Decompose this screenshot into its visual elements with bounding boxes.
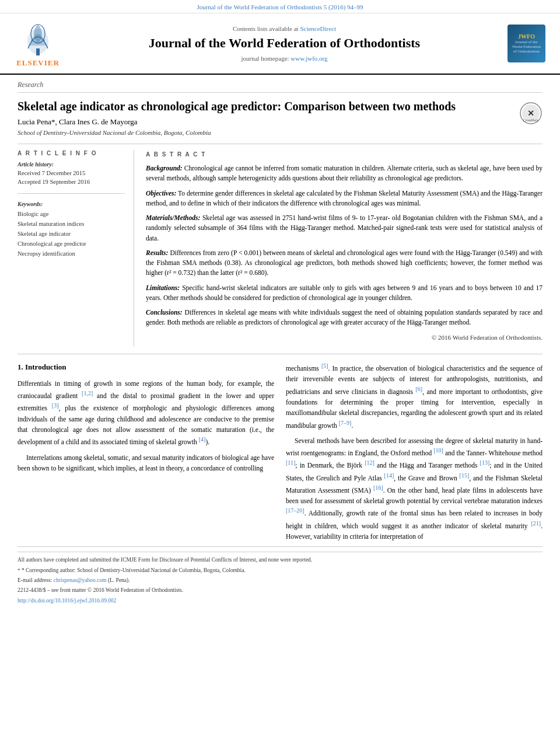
right-para-1: mechanisms [5]. In practice, the observa… — [286, 361, 542, 431]
affiliation-text: School of Dentistry-Universidad Nacional… — [18, 129, 513, 136]
keyword-necropsy: Necropsy identification — [18, 249, 125, 259]
keywords-label: Keywords: — [18, 201, 125, 207]
icmje-note: All authors have completed and submitted… — [18, 556, 542, 564]
keywords-list: Biologic age Skeletal maturation indices… — [18, 210, 125, 259]
intro-para-1: Differentials in timing of growth in som… — [18, 378, 274, 448]
right-para-2: Several methods have been described for … — [286, 435, 542, 542]
title-author-block: Skeletal age indicator as chronological … — [18, 93, 513, 141]
corresponding-note: * * Corresponding author: School of Dent… — [18, 566, 542, 575]
authors-line: Lucia Pena*, Clara Ines G. de Mayorga — [18, 117, 513, 127]
doi-line: http://dx.doi.org/10.1016/j.ejwf.2016.09… — [18, 597, 542, 605]
article-history-label: Article history: — [18, 161, 125, 168]
ref-16[interactable]: [16] — [373, 484, 383, 491]
jwfo-badge-sub: Journal of the World Federation of Ortho… — [512, 40, 541, 54]
abstract-results: Results: Differences from zero (P < 0.00… — [146, 248, 542, 278]
abstract-background-text: Chronological age cannot be inferred fro… — [146, 165, 542, 182]
journal-title: Journal of the World Federation of Ortho… — [76, 36, 493, 51]
content-area: Research Skeletal age indicator as chron… — [0, 75, 560, 546]
sciencedirect-link: Contents lists available at ScienceDirec… — [76, 25, 493, 32]
copyright-line: © 2016 World Federation of Orthodontists… — [146, 333, 542, 343]
jwfo-logo: JWFO Journal of the World Federation of … — [505, 25, 548, 62]
abstract-results-text: Differences from zero (P < 0.001) betwee… — [146, 249, 542, 277]
article-info-heading: A R T I C L E I N F O — [18, 150, 125, 156]
keyword-chronological-predictor: Chronological age predictor — [18, 239, 125, 249]
received-date: Received 7 December 2015 Accepted 19 Sep… — [18, 169, 125, 186]
abstract-background-label: Background: — [146, 165, 183, 172]
abstract-conclusions-text: Differences in skeletal age means with w… — [146, 309, 542, 326]
elsevier-label: ELSEVIER — [16, 58, 60, 68]
ref-17-20[interactable]: [17–20] — [286, 507, 304, 514]
email-line: E-mail address: chrispenas@yahoo.com (L.… — [18, 576, 542, 584]
svg-text:CrossMark: CrossMark — [523, 118, 539, 122]
abstract-objectives-label: Objectives: — [146, 190, 176, 197]
ref-7-9[interactable]: [7–9] — [339, 420, 352, 426]
abstract-limitations-label: Limitations: — [146, 284, 180, 291]
abstract-heading: A B S T R A C T — [146, 150, 542, 159]
jwfo-badge: JWFO Journal of the World Federation of … — [508, 25, 545, 62]
abstract-objectives: Objectives: To determine gender differen… — [146, 189, 542, 209]
ref-3[interactable]: [3] — [52, 402, 59, 409]
homepage-url[interactable]: www.jwfo.org — [290, 55, 327, 62]
elsevier-logo: ELSEVIER — [12, 19, 64, 68]
ref-5[interactable]: [5] — [321, 362, 328, 369]
doi-link[interactable]: http://dx.doi.org/10.1016/j.ejwf.2016.09… — [18, 598, 117, 604]
divider — [18, 193, 125, 194]
section-type-label: Research — [18, 75, 542, 93]
journal-citation-bar: Journal of the World Federation of Ortho… — [0, 0, 560, 13]
svg-text:✕: ✕ — [527, 109, 534, 118]
crossmark-container[interactable]: ✕ CrossMark — [519, 102, 542, 127]
section-divider — [18, 354, 542, 354]
ref-15[interactable]: [15] — [460, 472, 470, 479]
ref-11[interactable]: [11] — [286, 459, 295, 466]
abstract-background: Background: Chronological age cannot be … — [146, 163, 542, 184]
ref-1-2[interactable]: [1,2] — [82, 390, 93, 396]
article-info-abstract-row: A R T I C L E I N F O Article history: R… — [18, 144, 542, 347]
elsevier-tree-icon — [18, 19, 58, 57]
intro-section-title: 1. Introduction — [18, 361, 274, 374]
sciencedirect-anchor[interactable]: ScienceDirect — [300, 25, 336, 32]
abstract-methods-label: Materials/Methods: — [146, 214, 200, 221]
ref-13[interactable]: [13] — [480, 459, 490, 466]
ref-21[interactable]: [21] — [531, 520, 541, 527]
paper-title: Skeletal age indicator as chronological … — [18, 93, 513, 117]
abstract-methods-text: Skeletal age was assessed in 2751 hand-w… — [146, 214, 542, 242]
abstract-limitations-text: Specific hand-wrist skeletal indicators … — [146, 284, 542, 301]
email-link[interactable]: chrispenas@yahoo.com — [54, 577, 107, 583]
authors-text: Lucia Pena*, Clara Ines G. de Mayorga — [18, 117, 138, 126]
journal-homepage: journal homepage: www.jwfo.org — [76, 55, 493, 62]
keyword-skeletal-maturation: Skeletal maturation indices — [18, 219, 125, 229]
ref-14[interactable]: [14] — [384, 472, 394, 479]
intro-para-2: Interrelations among skeletal, somatic, … — [18, 452, 274, 474]
journal-header: ELSEVIER Contents lists available at Sci… — [0, 13, 560, 75]
main-body: 1. Introduction Differentials in timing … — [18, 361, 542, 546]
abstract-limitations: Limitations: Specific hand-wrist skeleta… — [146, 283, 542, 304]
keyword-skeletal-age-indicator: Skeletal age indicator — [18, 229, 125, 239]
crossmark-icon: ✕ CrossMark — [519, 102, 542, 125]
body-right-col: mechanisms [5]. In practice, the observa… — [286, 361, 542, 546]
ref-12[interactable]: [12] — [365, 459, 374, 466]
abstract-methods: Materials/Methods: Skeletal age was asse… — [146, 213, 542, 243]
abstract-col: A B S T R A C T Background: Chronologica… — [146, 150, 542, 347]
abstract-conclusions-label: Conclusions: — [146, 309, 183, 316]
ref-4[interactable]: [4] — [199, 436, 206, 442]
ref-10[interactable]: [10] — [433, 447, 443, 454]
abstract-results-label: Results: — [146, 249, 168, 256]
journal-citation-text: Journal of the World Federation of Ortho… — [197, 4, 363, 11]
jwfo-badge-title: JWFO — [518, 33, 535, 40]
title-crossmark-row: Skeletal age indicator as chronological … — [18, 93, 542, 141]
journal-center-header: Contents lists available at ScienceDirec… — [64, 25, 505, 61]
body-left-col: 1. Introduction Differentials in timing … — [18, 361, 274, 546]
abstract-objectives-text: To determine gender differences in skele… — [146, 190, 542, 207]
abstract-conclusions: Conclusions: Differences in skeletal age… — [146, 308, 542, 328]
issn-line: 2212-4438/$ – see front matter © 2016 Wo… — [18, 586, 542, 594]
article-info-col: A R T I C L E I N F O Article history: R… — [18, 150, 134, 347]
footer-section: All authors have completed and submitted… — [18, 546, 542, 611]
keyword-biologic-age: Biologic age — [18, 210, 125, 219]
ref-6[interactable]: [6] — [415, 386, 422, 392]
